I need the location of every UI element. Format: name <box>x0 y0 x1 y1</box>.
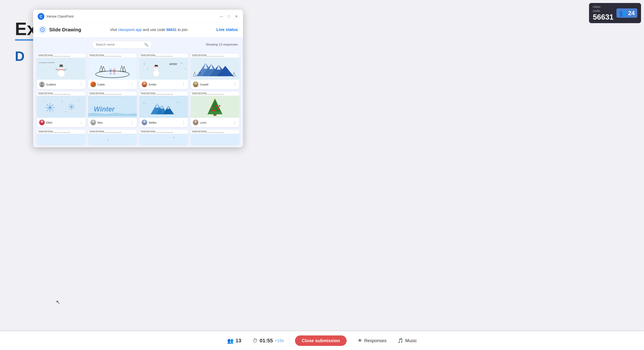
svg-line-8 <box>56 69 59 71</box>
class-code-number: 56631 <box>593 13 614 21</box>
svg-text:✳: ✳ <box>173 136 174 139</box>
join-info: Visit classpoint.app and use code 56631 … <box>110 28 188 32</box>
card-avatar-caleb <box>90 82 96 87</box>
card-image-partial-4: Example Slide Drawing Draw the season th… <box>191 130 239 145</box>
svg-point-72 <box>92 120 94 123</box>
close-button[interactable]: ✕ <box>234 14 238 19</box>
svg-text:*: * <box>74 112 75 114</box>
card-username-oswell: Oswell <box>200 83 208 86</box>
svg-point-22 <box>114 69 115 70</box>
svg-point-94 <box>219 105 220 107</box>
join-code: 56631 <box>166 28 177 32</box>
classpoint-logo: C <box>38 13 44 20</box>
search-input[interactable] <box>96 43 142 47</box>
card-menu-oswell[interactable]: ⋮ <box>232 82 237 87</box>
card-user-guilbert: Guilbert <box>39 82 56 87</box>
svg-point-93 <box>212 110 213 111</box>
dialog-header: Slide Drawing Visit classpoint.app and u… <box>33 22 243 37</box>
svg-point-51 <box>194 82 197 85</box>
slide-drawing-icon <box>38 26 46 34</box>
card-image-header-meu: Example Slide Drawing Draw the season th… <box>88 92 137 96</box>
svg-text:✳: ✳ <box>143 102 144 104</box>
card-menu-meu[interactable]: ⋮ <box>130 120 134 125</box>
card-menu-emilie[interactable]: ⋮ <box>181 82 186 87</box>
join-link[interactable]: classpoint.app <box>118 28 142 32</box>
svg-point-62 <box>71 106 72 107</box>
minimize-button[interactable]: — <box>219 14 224 19</box>
svg-point-5 <box>62 67 62 68</box>
slide-drawing-label: Slide Drawing <box>49 27 81 33</box>
card-menu-guilbert[interactable]: ⋮ <box>79 82 83 87</box>
bottom-student-count: 👥 13 <box>227 338 241 344</box>
card-menu-lexis[interactable]: ⋮ <box>232 120 237 125</box>
card-lexis: Example Slide Drawing Draw the season th… <box>191 92 239 127</box>
card-user-elliot: Elliot <box>39 120 52 125</box>
card-image-header-partial-1: Example Slide Drawing Draw the season th… <box>37 130 86 134</box>
svg-point-37 <box>157 68 157 68</box>
music-button[interactable]: 🎵 Music <box>398 338 417 343</box>
close-submission-button[interactable]: Close submission <box>295 335 346 346</box>
class-code-badge: classcode 56631 👥 24 <box>589 3 641 23</box>
dialog-title-left: C Inknoe ClassPoint <box>38 13 74 20</box>
svg-point-52 <box>194 85 198 87</box>
card-image-elliot: Example Slide Drawing Draw the season th… <box>37 92 86 118</box>
svg-point-33 <box>154 66 158 71</box>
bottom-timer: ⏱ 01:55 +15s <box>252 338 284 344</box>
card-user-meu: Meu <box>90 120 103 125</box>
svg-text:✳: ✳ <box>180 62 183 65</box>
card-username-emilie: Emilie <box>149 83 156 86</box>
card-partial-4: Example Slide Drawing Draw the season th… <box>191 130 239 145</box>
card-image-melba: Example Slide Drawing Draw the season th… <box>140 92 188 118</box>
card-footer-melba: Melba ⋮ <box>140 118 188 127</box>
card-image-meu: Example Slide Drawing Draw the season th… <box>88 92 137 118</box>
card-image-emilie: Example Slide Drawing Draw the season th… <box>140 54 188 80</box>
card-image-guilbert: Example Slide Drawing Draw the season th… <box>37 54 86 80</box>
showing-responses: Showing 13 responses <box>206 43 238 47</box>
svg-point-97 <box>194 123 198 125</box>
svg-point-11 <box>40 85 44 87</box>
students-icon: 👥 <box>619 10 626 17</box>
card-footer-guilbert: Guilbert ⋮ <box>37 80 86 89</box>
join-text-after: to join <box>177 28 188 32</box>
mouse-cursor: ↖ <box>56 299 60 305</box>
responses-icon: 👁 <box>358 338 362 343</box>
card-image-partial-3: Example Slide Drawing Draw the season th… <box>140 130 188 145</box>
card-username-melba: Melba <box>149 121 156 124</box>
card-caleb: Example Slide Drawing Draw the season th… <box>88 54 137 89</box>
card-user-melba: Melba <box>142 120 156 125</box>
svg-marker-47 <box>194 72 196 76</box>
student-count-bottom: 13 <box>236 338 241 344</box>
card-image-partial-2: Example Slide Drawing Draw the season th… <box>88 130 137 145</box>
svg-point-73 <box>91 123 95 125</box>
svg-point-70 <box>40 123 44 125</box>
svg-text:✳: ✳ <box>177 101 178 103</box>
svg-text:★: ★ <box>214 98 216 100</box>
card-menu-melba[interactable]: ⋮ <box>181 120 186 125</box>
svg-line-20 <box>110 73 110 74</box>
music-icon: 🎵 <box>398 338 403 343</box>
svg-text:✳: ✳ <box>42 100 44 102</box>
svg-point-4 <box>60 67 61 68</box>
card-partial-1: Example Slide Drawing Draw the season th… <box>37 130 86 145</box>
svg-text:✳: ✳ <box>107 139 109 141</box>
svg-text:*: * <box>180 106 180 108</box>
card-username-lexis: Lexis <box>200 121 206 124</box>
card-menu-caleb[interactable]: ⋮ <box>130 82 134 87</box>
svg-rect-88 <box>213 114 216 116</box>
responses-label: Responses <box>364 338 386 343</box>
card-emilie: Example Slide Drawing Draw the season th… <box>140 54 188 89</box>
card-avatar-guilbert <box>39 82 45 87</box>
slide-drawing-title: Slide Drawing <box>38 26 81 34</box>
live-status-button[interactable]: Live status <box>216 27 238 32</box>
student-count-badge: 👥 24 <box>616 9 637 18</box>
card-user-caleb: Caleb <box>90 82 105 87</box>
svg-point-12 <box>96 71 129 78</box>
card-menu-elliot[interactable]: ⋮ <box>79 120 83 125</box>
card-footer-meu: Meu ⋮ <box>88 118 137 127</box>
card-drawing-partial-2: ✳ <box>88 134 137 145</box>
maximize-button[interactable]: □ <box>226 14 231 19</box>
card-partial-3: Example Slide Drawing Draw the season th… <box>140 130 188 145</box>
svg-text:*: * <box>141 107 142 109</box>
responses-button[interactable]: 👁 Responses <box>358 338 386 343</box>
card-partial-2: Example Slide Drawing Draw the season th… <box>88 130 137 145</box>
